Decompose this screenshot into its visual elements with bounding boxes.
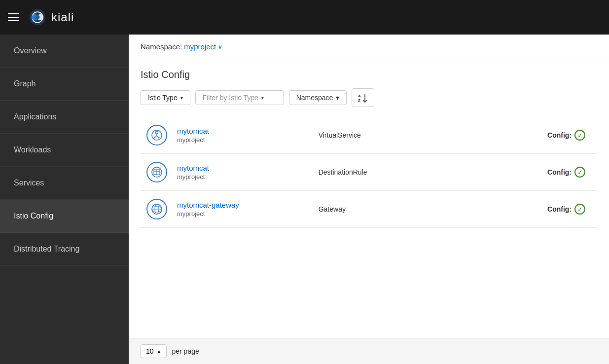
hamburger-button[interactable] bbox=[8, 13, 19, 21]
content-area: Namespace: myproject Istio Config Istio … bbox=[129, 35, 609, 364]
config-ok-icon: ✓ bbox=[574, 204, 585, 215]
chevron-down-icon: ▾ bbox=[180, 95, 183, 101]
topbar: kiali bbox=[0, 0, 609, 35]
pagination-bar: 10 ▲ per page bbox=[129, 338, 609, 364]
logo-text: kiali bbox=[51, 10, 74, 24]
config-name-link[interactable]: mytomcat-gateway bbox=[177, 201, 311, 209]
per-page-select[interactable]: 10 ▲ bbox=[141, 344, 167, 358]
config-list: mytomcat myproject VirtualService Config… bbox=[141, 117, 597, 228]
chevron-down-icon: ▾ bbox=[261, 95, 264, 101]
page-content: Istio Config Istio Type ▾ Filter by Isti… bbox=[129, 59, 609, 338]
table-row: mytomcat myproject DestinationRule Confi… bbox=[141, 154, 597, 191]
config-name-link[interactable]: mytomcat bbox=[177, 127, 311, 135]
config-status: Config: ✓ bbox=[452, 130, 593, 141]
config-label: Config: bbox=[547, 131, 572, 139]
config-type: DestinationRule bbox=[311, 168, 452, 176]
config-name-link[interactable]: mytomcat bbox=[177, 164, 311, 172]
config-namespace: myproject bbox=[177, 173, 311, 181]
namespace-filter-button[interactable]: Namespace ▾ bbox=[289, 90, 347, 105]
logo: kiali bbox=[29, 8, 74, 26]
row-icon-dr bbox=[144, 162, 169, 182]
table-row: mytomcat myproject VirtualService Config… bbox=[141, 117, 597, 154]
svg-point-14 bbox=[158, 137, 160, 139]
row-info: mytomcat-gateway myproject bbox=[169, 201, 311, 218]
svg-point-13 bbox=[154, 137, 156, 139]
main-layout: Overview Graph Applications Workloads Se… bbox=[0, 35, 609, 364]
per-page-label: per page bbox=[172, 347, 199, 355]
sidebar-item-applications[interactable]: Applications bbox=[0, 101, 129, 134]
sort-button[interactable]: A Z bbox=[352, 88, 374, 107]
row-info: mytomcat myproject bbox=[169, 127, 311, 144]
sidebar-item-overview[interactable]: Overview bbox=[0, 35, 129, 68]
config-label: Config: bbox=[547, 168, 572, 176]
chevron-down-icon: ▾ bbox=[336, 94, 339, 102]
kiali-logo-icon bbox=[29, 8, 46, 26]
dr-svg-icon bbox=[151, 166, 163, 178]
istio-type-filter-button[interactable]: Istio Type ▾ bbox=[141, 90, 190, 105]
config-namespace: myproject bbox=[177, 136, 311, 144]
namespace-selector[interactable]: myproject bbox=[184, 42, 222, 51]
config-namespace: myproject bbox=[177, 210, 311, 218]
vs-svg-icon bbox=[151, 129, 163, 141]
sidebar: Overview Graph Applications Workloads Se… bbox=[0, 35, 129, 364]
virtual-service-icon bbox=[146, 125, 167, 146]
gateway-icon bbox=[146, 199, 167, 219]
sidebar-item-istio-config[interactable]: Istio Config bbox=[0, 200, 129, 233]
sidebar-item-workloads[interactable]: Workloads bbox=[0, 134, 129, 167]
sidebar-item-distributed-tracing[interactable]: Distributed Tracing bbox=[0, 233, 129, 266]
config-status: Config: ✓ bbox=[452, 204, 593, 215]
filter-bar: Istio Type ▾ Filter by Istio Type ▾ Name… bbox=[141, 88, 597, 107]
page-title: Istio Config bbox=[141, 69, 597, 80]
row-icon-vs bbox=[144, 125, 169, 146]
namespace-label: Namespace: bbox=[141, 42, 182, 51]
destination-rule-icon bbox=[146, 162, 167, 182]
config-status: Config: ✓ bbox=[452, 167, 593, 178]
filter-by-type-input[interactable]: Filter by Istio Type ▾ bbox=[195, 90, 284, 105]
config-type: VirtualService bbox=[311, 131, 452, 139]
svg-text:A: A bbox=[358, 94, 361, 98]
row-info: mytomcat myproject bbox=[169, 164, 311, 181]
config-label: Config: bbox=[547, 205, 572, 213]
namespace-bar: Namespace: myproject bbox=[129, 35, 609, 59]
svg-point-9 bbox=[156, 132, 158, 134]
sidebar-item-graph[interactable]: Graph bbox=[0, 68, 129, 101]
gw-svg-icon bbox=[151, 203, 163, 215]
svg-point-4 bbox=[36, 15, 40, 20]
svg-text:Z: Z bbox=[358, 98, 360, 103]
config-ok-icon: ✓ bbox=[574, 167, 585, 178]
table-row: mytomcat-gateway myproject Gateway Confi… bbox=[141, 191, 597, 228]
config-type: Gateway bbox=[311, 205, 452, 213]
sort-az-icon: A Z bbox=[357, 92, 369, 104]
row-icon-gw bbox=[144, 199, 169, 219]
config-ok-icon: ✓ bbox=[574, 130, 585, 141]
sidebar-item-services[interactable]: Services bbox=[0, 167, 129, 200]
chevron-up-icon: ▲ bbox=[157, 349, 162, 354]
